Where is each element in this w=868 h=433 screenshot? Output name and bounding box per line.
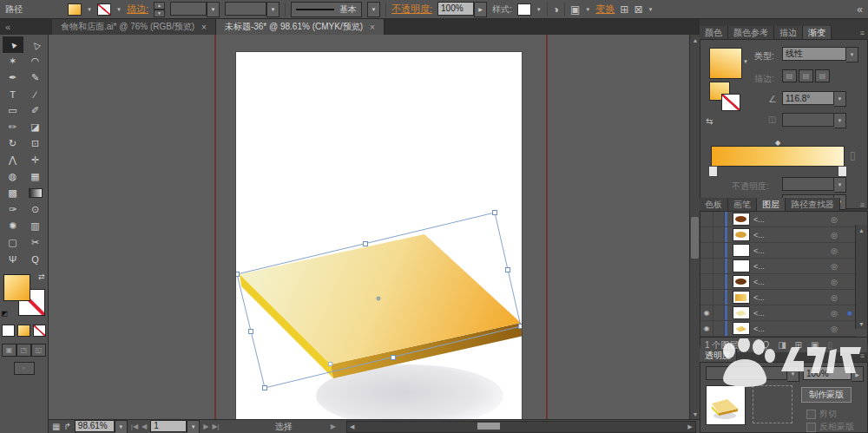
layer-name[interactable]: <... — [750, 246, 825, 255]
next-artboard-icon[interactable]: ▶ — [203, 423, 208, 430]
stroke-caret-icon[interactable]: ▼ — [116, 7, 122, 12]
layer-target-icon[interactable]: ◎ — [825, 262, 844, 271]
lock-toggle[interactable] — [713, 212, 725, 226]
gradient-preview-swatch[interactable] — [709, 48, 742, 79]
gradient-button[interactable] — [17, 325, 30, 337]
layer-target-icon[interactable]: ◎ — [825, 293, 844, 302]
tool-zoom[interactable]: Q — [25, 251, 46, 267]
tool-shape-builder[interactable]: ◍ — [3, 168, 23, 185]
blend-mode-dropdown[interactable]: ▼ — [706, 366, 799, 382]
layer-target-icon[interactable]: ◎ — [825, 309, 844, 318]
transparency-opacity-caret[interactable]: ▶ — [852, 366, 864, 382]
layer-target-icon[interactable]: ◎ — [825, 246, 844, 255]
layer-row[interactable]: <... ◎ — [700, 243, 856, 259]
stroke-along-icon[interactable]: ▤ — [799, 69, 813, 82]
tool-artboard[interactable]: ▢ — [3, 234, 23, 251]
width-profile-field[interactable] — [225, 2, 266, 16]
tool-magic-wand[interactable]: ✶ — [3, 53, 23, 69]
aspect-ratio-caret[interactable]: ▼ — [834, 113, 846, 128]
doc-tab-1-close-icon[interactable]: × — [201, 23, 207, 32]
opacity-caret[interactable]: ▶ — [474, 2, 487, 17]
transparency-opacity-field[interactable]: 100% — [803, 366, 852, 380]
gradient-midpoint-icon[interactable]: ◆ — [775, 139, 780, 147]
draw-normal-button[interactable]: ▣ — [2, 344, 16, 357]
workspace-collapse-icon[interactable]: « — [0, 19, 52, 35]
layer-row[interactable]: ◉ <... ◎ — [700, 321, 856, 337]
stroke-weight-field[interactable] — [170, 2, 207, 16]
visibility-toggle[interactable] — [700, 212, 713, 226]
hscroll-thumb[interactable] — [477, 423, 500, 430]
share-icon[interactable]: ↱ — [63, 422, 70, 431]
opacity-field[interactable]: 100% — [437, 2, 474, 16]
canvas-vscrollbar[interactable]: ▲ ▼ — [689, 35, 700, 419]
tab-color[interactable]: 颜色 — [700, 26, 728, 39]
gradient-panel-menu-icon[interactable]: ≡ — [860, 26, 868, 39]
tab-transparency[interactable]: 透明度 — [700, 349, 737, 362]
tool-eraser[interactable]: ◪ — [25, 119, 46, 135]
artboard[interactable] — [236, 52, 522, 419]
tool-rectangle[interactable]: ▭ — [3, 102, 23, 119]
distribute-caret[interactable]: ▼ — [648, 7, 653, 12]
tab-color-guide[interactable]: 颜色参考 — [728, 26, 774, 39]
tool-perspective-grid[interactable]: ▩ — [3, 185, 23, 201]
tool-scale[interactable]: ⊡ — [25, 135, 46, 152]
tool-symbol-sprayer[interactable]: ✺ — [3, 218, 23, 234]
tool-rotate[interactable]: ↻ — [3, 135, 23, 152]
doc-tab-2[interactable]: 未标题-36* @ 98.61% (CMYK/预览) × — [216, 19, 385, 35]
tool-pencil[interactable]: ✏ — [3, 119, 23, 135]
tool-line-segment[interactable]: ∕ — [25, 86, 46, 102]
visibility-toggle[interactable] — [700, 259, 713, 273]
lock-toggle[interactable] — [713, 274, 725, 289]
gradient-stroke-swatch[interactable] — [721, 94, 740, 111]
layer-name[interactable]: <... — [750, 278, 825, 286]
style-swatch[interactable] — [517, 3, 531, 16]
select-similar-icon[interactable]: ▣ — [570, 3, 580, 16]
collapse-panel-icon[interactable]: « — [857, 3, 863, 16]
tool-hand[interactable]: Ψ — [3, 251, 23, 267]
draw-inside-button[interactable]: ◱ — [31, 344, 46, 357]
layer-name[interactable]: <... — [750, 293, 825, 302]
layers-scroll-down-icon[interactable]: ▼ — [856, 318, 867, 329]
gradient-angle-value[interactable]: 116.8° — [782, 91, 834, 105]
layer-row[interactable]: <... ◎ — [700, 259, 856, 274]
stroke-within-icon[interactable]: ▤ — [782, 69, 797, 82]
status-expand-icon[interactable]: ▶ — [331, 423, 336, 430]
layer-row-selected[interactable]: ◉ <... ◎ ■ — [700, 305, 856, 321]
layers-panel-menu-icon[interactable]: ≡ — [860, 198, 868, 211]
stroke-link[interactable]: 描边: — [127, 3, 148, 16]
default-fill-stroke-icon[interactable]: ◩ — [2, 310, 9, 318]
lock-toggle[interactable] — [713, 290, 725, 305]
canvas-hscrollbar[interactable]: ◀ ▶ — [346, 421, 696, 433]
tool-lasso[interactable]: ◠ — [25, 53, 46, 69]
layer-target-icon[interactable]: ◎ — [825, 278, 844, 286]
stepper-down-icon[interactable]: ▼ — [154, 10, 165, 17]
doc-tab-2-close-icon[interactable]: × — [370, 23, 375, 32]
tab-swatches[interactable]: 色板 — [700, 198, 728, 211]
layer-row[interactable]: <... ◎ — [700, 227, 856, 243]
swap-fill-stroke-icon[interactable]: ⇄ — [38, 272, 45, 281]
transform-link[interactable]: 变换 — [595, 3, 615, 16]
brush-caret[interactable]: ▼ — [367, 2, 380, 17]
tool-free-transform[interactable]: ✛ — [25, 152, 46, 168]
fill-color-swatch[interactable] — [68, 3, 82, 16]
tab-pathfinder[interactable]: 路径查找器 — [786, 198, 840, 211]
layer-name[interactable]: <... — [750, 309, 825, 318]
opacity-link[interactable]: 不透明度: — [391, 3, 432, 16]
layer-name[interactable]: <... — [750, 215, 825, 224]
visibility-toggle[interactable] — [700, 227, 713, 242]
visibility-toggle[interactable]: ◉ — [700, 305, 713, 320]
first-artboard-icon[interactable]: |◀ — [131, 423, 138, 430]
layer-target-icon[interactable]: ◎ — [825, 325, 844, 333]
hscroll-left-icon[interactable]: ◀ — [347, 422, 358, 432]
gradient-angle-caret[interactable]: ▼ — [834, 91, 846, 107]
gradient-angle-control[interactable]: 116.8° ▼ — [782, 91, 846, 107]
stepper-up-icon[interactable]: ▲ — [154, 2, 165, 10]
select-similar-caret[interactable]: ▼ — [585, 7, 590, 12]
layer-row[interactable]: <... ◎ — [700, 290, 856, 305]
tab-brushes[interactable]: 画笔 — [728, 198, 757, 211]
visibility-toggle[interactable] — [700, 274, 713, 289]
vscroll-thumb[interactable] — [691, 217, 699, 259]
artboard-number-caret[interactable]: ▼ — [187, 420, 200, 433]
layer-row[interactable]: <... ◎ — [700, 212, 856, 227]
tool-paintbrush[interactable]: ✐ — [25, 102, 46, 119]
